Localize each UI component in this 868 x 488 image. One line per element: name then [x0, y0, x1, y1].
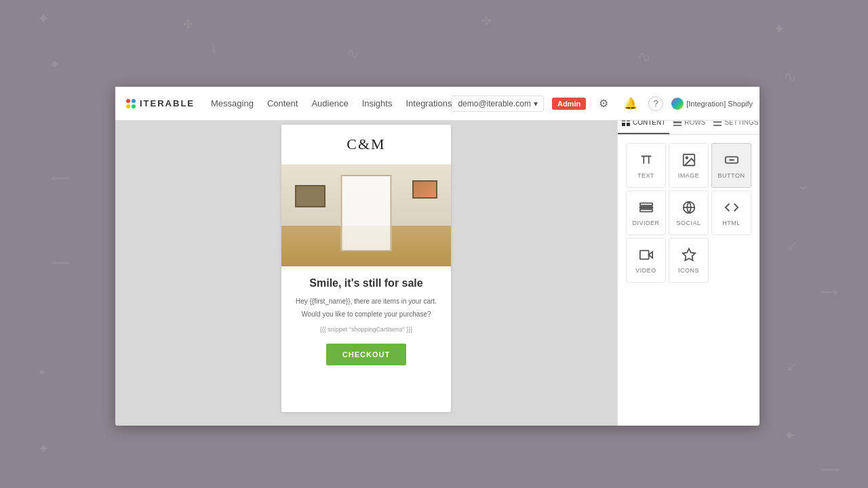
svg-rect-15	[639, 207, 652, 208]
content-block-video[interactable]: VIDEO	[626, 238, 666, 283]
email-body: Smile, it's still for sale Hey {{first_n…	[281, 266, 451, 376]
workspace-selector[interactable]: [Integration] Shopify (	[671, 98, 754, 110]
image-block-label: IMAGE	[678, 172, 700, 179]
button-block-label: BUTTON	[718, 172, 745, 179]
html-icon	[724, 199, 740, 216]
help-button[interactable]: ?	[648, 96, 663, 111]
content-block-text[interactable]: TEXT	[626, 143, 666, 188]
nav-links: Messaging Content Audience Insights Inte…	[211, 96, 452, 111]
social-block-label: SOCIAL	[676, 220, 701, 226]
nav-content[interactable]: Content	[267, 96, 298, 111]
checkout-button[interactable]: CHECKOUT	[326, 344, 406, 365]
nav-insights[interactable]: Insights	[362, 96, 393, 111]
svg-rect-16	[639, 209, 652, 212]
workspace-label: [Integration] Shopify (	[686, 100, 754, 108]
nav-audience[interactable]: Audience	[311, 96, 348, 111]
content-block-icons[interactable]: ICONS	[669, 238, 709, 283]
icons-block-label: ICONS	[678, 267, 699, 274]
content-blocks-grid: TEXT IMAGE	[618, 135, 760, 291]
divider-block-label: DIVIDER	[632, 220, 659, 226]
picture-frame-left	[295, 185, 326, 207]
email-headline: Smile, it's still for sale	[292, 277, 440, 289]
content-block-image[interactable]: IMAGE	[669, 143, 709, 188]
admin-badge: Admin	[552, 98, 586, 110]
content-block-divider[interactable]: DIVIDER	[626, 190, 666, 235]
email-card: C&M Smile, it's still for sale Hey {{	[281, 125, 451, 412]
email-hero-image	[281, 165, 451, 266]
svg-rect-3	[627, 123, 630, 126]
right-panel: CONTENT ROWS SETTINGS	[617, 111, 760, 426]
nav-messaging[interactable]: Messaging	[211, 96, 254, 111]
social-icon	[681, 199, 697, 216]
divider-icon	[638, 199, 654, 216]
nav-right: demo@iterable.com ▾ Admin ⚙ 🔔 ? [Integra…	[452, 94, 754, 113]
email-selector[interactable]: demo@iterable.com ▾	[452, 96, 544, 112]
video-icon	[638, 247, 654, 263]
logo: ITERABLE	[126, 98, 195, 108]
svg-rect-9	[713, 125, 722, 126]
main-content: C&M Smile, it's still for sale Hey {{	[115, 87, 760, 426]
brand-logo: C&M	[292, 136, 440, 153]
video-block-label: VIDEO	[635, 267, 656, 274]
html-block-label: HTML	[722, 220, 741, 226]
text-icon	[638, 152, 654, 168]
button-icon	[724, 152, 740, 168]
email-header: C&M	[281, 125, 451, 165]
svg-marker-21	[682, 249, 694, 260]
svg-rect-2	[622, 123, 625, 126]
email-body-line2: Would you like to complete your purchase…	[292, 309, 440, 319]
text-block-label: TEXT	[637, 172, 654, 179]
svg-rect-8	[713, 121, 722, 123]
svg-point-11	[686, 157, 688, 159]
email-preview-area: C&M Smile, it's still for sale Hey {{	[115, 111, 617, 426]
navbar: ITERABLE Messaging Content Audience Insi…	[115, 87, 760, 121]
svg-rect-6	[673, 125, 682, 126]
logo-text: ITERABLE	[140, 98, 195, 108]
image-icon	[681, 152, 697, 168]
settings-button[interactable]: ⚙	[594, 94, 613, 113]
email-label: demo@iterable.com	[458, 99, 531, 108]
picture-frame-right	[412, 180, 438, 199]
svg-rect-14	[639, 203, 652, 206]
content-block-button[interactable]: BUTTON	[711, 143, 751, 188]
room-interior	[281, 165, 451, 266]
svg-rect-19	[639, 251, 648, 260]
logo-icon	[126, 99, 136, 108]
star-icon	[681, 247, 697, 263]
nav-integrations[interactable]: Integrations	[406, 96, 452, 111]
app-window: ADD CUSTOM FONT MANAGE CUSTOM FONTS C&M	[115, 87, 760, 426]
email-snippet: {{{ snippet "shoppingCartItems" }}}	[292, 326, 440, 333]
email-body-line1: Hey {{first_name}}, there are items in y…	[292, 296, 440, 306]
room-door	[341, 175, 392, 251]
content-block-social[interactable]: SOCIAL	[669, 190, 709, 235]
content-block-html[interactable]: HTML	[711, 190, 751, 235]
dropdown-icon: ▾	[534, 99, 538, 108]
notifications-button[interactable]: 🔔	[621, 94, 640, 113]
svg-rect-5	[673, 121, 682, 123]
